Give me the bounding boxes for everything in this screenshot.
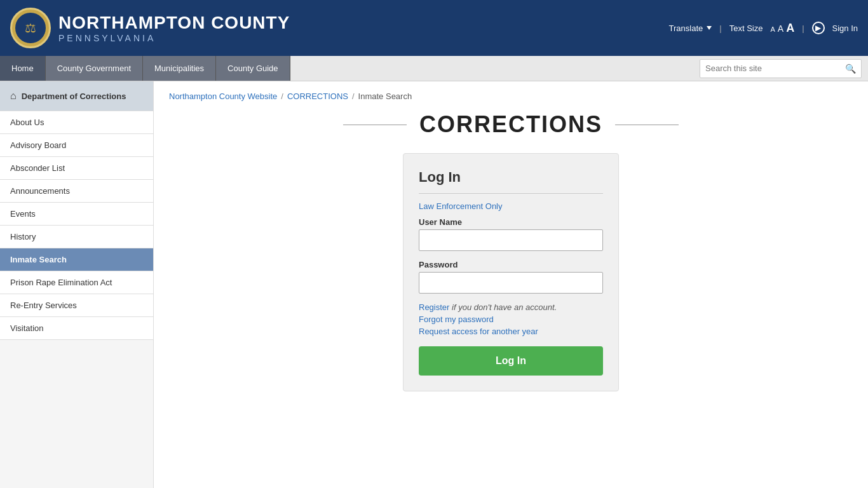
county-seal: ⚖ [10, 8, 51, 48]
register-suffix: if you don't have an account. [452, 302, 557, 312]
username-group: User Name [419, 217, 603, 251]
translate-label: Translate [669, 24, 703, 33]
sidebar-header-label: Department of Corrections [22, 92, 126, 101]
sidebar-item-about-us[interactable]: About Us [0, 111, 153, 134]
sidebar-item-prison-rape[interactable]: Prison Rape Elimination Act [0, 271, 153, 294]
nav-municipalities-label: Municipalities [154, 64, 204, 73]
breadcrumb-sep-1: / [281, 92, 283, 101]
breadcrumb-sep-2: / [352, 92, 355, 101]
header-separator-2: | [802, 24, 804, 33]
text-size-large[interactable]: A [786, 22, 794, 35]
law-enforcement-label: Law Enforcement Only [419, 201, 603, 211]
register-link[interactable]: Register if you don't have an account. [419, 302, 603, 312]
password-label: Password [419, 260, 603, 269]
sidebar-item-history[interactable]: History [0, 226, 153, 248]
nav-bar: Home County Government Municipalities Co… [0, 56, 868, 81]
sidebar: ⌂ Department of Corrections About Us Adv… [0, 81, 154, 488]
sidebar-label-prison-rape: Prison Rape Elimination Act [10, 278, 112, 287]
logo-area: ⚖ Northampton County Pennsylvania [10, 8, 290, 48]
breadcrumb: Northampton County Website / CORRECTIONS… [169, 92, 853, 101]
county-name: Northampton County [58, 13, 290, 33]
breadcrumb-site-link[interactable]: Northampton County Website [169, 92, 277, 101]
nav-home-label: Home [11, 64, 34, 73]
sidebar-item-announcements[interactable]: Announcements [0, 180, 153, 203]
sidebar-label-history: History [10, 232, 36, 241]
password-input[interactable] [419, 272, 603, 294]
translate-dropdown-icon [707, 26, 712, 30]
breadcrumb-section-link[interactable]: CORRECTIONS [287, 92, 348, 101]
sign-in-link[interactable]: Sign In [832, 24, 858, 33]
nav-items: Home County Government Municipalities Co… [0, 56, 290, 81]
login-button[interactable]: Log In [419, 346, 603, 376]
seal-inner: ⚖ [14, 11, 47, 44]
nav-county-guide-label: County Guide [227, 64, 278, 73]
search-bar: 🔍 [700, 59, 862, 78]
sidebar-label-about-us: About Us [10, 118, 44, 127]
sidebar-item-events[interactable]: Events [0, 203, 153, 226]
sidebar-label-advisory-board: Advisory Board [10, 140, 66, 150]
sidebar-label-visitation: Visitation [10, 323, 44, 333]
title-line-left [343, 125, 407, 125]
header-right: Translate | Text Size A A A | ▶ Sign In [669, 22, 858, 35]
password-group: Password [419, 260, 603, 294]
search-input[interactable] [700, 61, 840, 76]
sidebar-label-re-entry: Re-Entry Services [10, 301, 77, 310]
login-container: Log In Law Enforcement Only User Name Pa… [403, 153, 619, 391]
accessibility-icon[interactable]: ▶ [812, 22, 825, 34]
nav-item-municipalities[interactable]: Municipalities [143, 56, 216, 81]
username-input[interactable] [419, 229, 603, 251]
sidebar-label-announcements: Announcements [10, 186, 70, 196]
page-title-section: CORRECTIONS [169, 111, 853, 138]
translate-button[interactable]: Translate [669, 24, 712, 33]
page-title: CORRECTIONS [419, 111, 602, 138]
home-icon: ⌂ [10, 90, 17, 102]
search-button[interactable]: 🔍 [840, 61, 861, 76]
text-size-small[interactable]: A [770, 25, 775, 33]
main-layout: ⌂ Department of Corrections About Us Adv… [0, 81, 868, 488]
nav-item-county-guide[interactable]: County Guide [216, 56, 290, 81]
sidebar-label-absconder-list: Absconder List [10, 163, 65, 173]
header-separator: | [719, 24, 721, 33]
title-line-right [615, 125, 679, 125]
state-name: Pennsylvania [58, 33, 290, 43]
content-area: Northampton County Website / CORRECTIONS… [154, 81, 868, 488]
nav-county-gov-label: County Government [57, 64, 131, 73]
forgot-password-link[interactable]: Forgot my password [419, 315, 603, 324]
header-title: Northampton County Pennsylvania [58, 13, 290, 43]
text-size-medium[interactable]: A [778, 24, 783, 34]
sidebar-item-absconder-list[interactable]: Absconder List [0, 157, 153, 180]
register-link-text: Register [419, 302, 449, 312]
nav-item-county-government[interactable]: County Government [46, 56, 143, 81]
sidebar-item-re-entry[interactable]: Re-Entry Services [0, 294, 153, 317]
username-label: User Name [419, 217, 603, 227]
sidebar-label-events: Events [10, 209, 36, 219]
request-access-link[interactable]: Request access for another year [419, 327, 603, 336]
sidebar-item-visitation[interactable]: Visitation [0, 317, 153, 340]
sidebar-label-inmate-search: Inmate Search [10, 255, 67, 264]
breadcrumb-current: Inmate Search [358, 92, 412, 101]
site-header: ⚖ Northampton County Pennsylvania Transl… [0, 0, 868, 56]
login-title: Log In [419, 169, 603, 194]
text-size-options: A A A [770, 22, 794, 35]
sidebar-item-advisory-board[interactable]: Advisory Board [0, 134, 153, 157]
sidebar-item-inmate-search[interactable]: Inmate Search [0, 248, 153, 271]
text-size-label: Text Size [729, 24, 763, 33]
sidebar-header[interactable]: ⌂ Department of Corrections [0, 81, 153, 111]
nav-item-home[interactable]: Home [0, 56, 46, 81]
form-links: Register if you don't have an account. F… [419, 302, 603, 336]
